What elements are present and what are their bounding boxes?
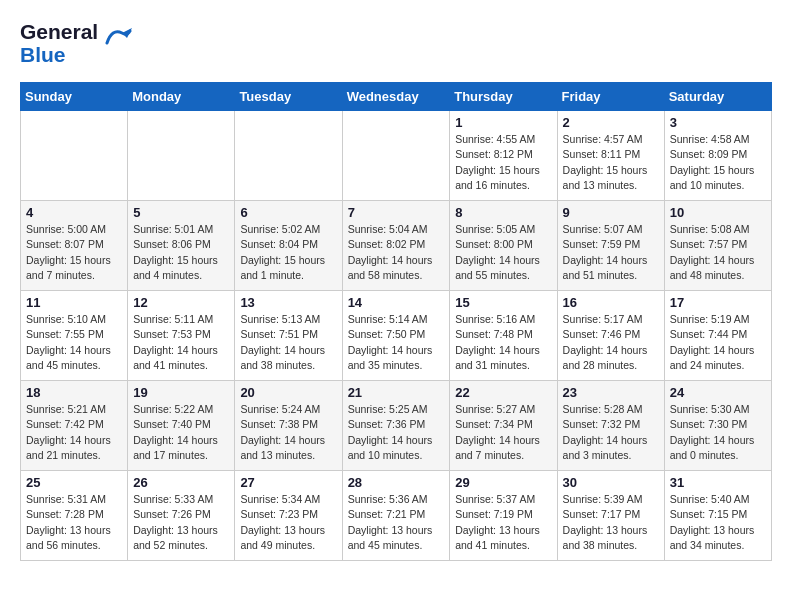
day-info: Sunrise: 5:24 AM Sunset: 7:38 PM Dayligh…	[240, 402, 336, 463]
day-info: Sunrise: 5:22 AM Sunset: 7:40 PM Dayligh…	[133, 402, 229, 463]
day-info: Sunrise: 4:58 AM Sunset: 8:09 PM Dayligh…	[670, 132, 766, 193]
week-row-3: 11Sunrise: 5:10 AM Sunset: 7:55 PM Dayli…	[21, 291, 772, 381]
logo: General Blue	[20, 20, 132, 66]
column-header-saturday: Saturday	[664, 83, 771, 111]
day-info: Sunrise: 5:05 AM Sunset: 8:00 PM Dayligh…	[455, 222, 551, 283]
day-info: Sunrise: 5:27 AM Sunset: 7:34 PM Dayligh…	[455, 402, 551, 463]
day-number: 15	[455, 295, 551, 310]
day-number: 16	[563, 295, 659, 310]
calendar-cell: 5Sunrise: 5:01 AM Sunset: 8:06 PM Daylig…	[128, 201, 235, 291]
week-row-2: 4Sunrise: 5:00 AM Sunset: 8:07 PM Daylig…	[21, 201, 772, 291]
calendar-cell: 14Sunrise: 5:14 AM Sunset: 7:50 PM Dayli…	[342, 291, 450, 381]
calendar-cell	[235, 111, 342, 201]
day-info: Sunrise: 5:28 AM Sunset: 7:32 PM Dayligh…	[563, 402, 659, 463]
calendar-cell: 8Sunrise: 5:05 AM Sunset: 8:00 PM Daylig…	[450, 201, 557, 291]
calendar-cell: 7Sunrise: 5:04 AM Sunset: 8:02 PM Daylig…	[342, 201, 450, 291]
day-number: 20	[240, 385, 336, 400]
calendar-cell: 24Sunrise: 5:30 AM Sunset: 7:30 PM Dayli…	[664, 381, 771, 471]
calendar-cell: 25Sunrise: 5:31 AM Sunset: 7:28 PM Dayli…	[21, 471, 128, 561]
calendar-cell: 30Sunrise: 5:39 AM Sunset: 7:17 PM Dayli…	[557, 471, 664, 561]
calendar-cell: 31Sunrise: 5:40 AM Sunset: 7:15 PM Dayli…	[664, 471, 771, 561]
calendar-cell: 9Sunrise: 5:07 AM Sunset: 7:59 PM Daylig…	[557, 201, 664, 291]
day-number: 3	[670, 115, 766, 130]
day-number: 24	[670, 385, 766, 400]
day-info: Sunrise: 4:55 AM Sunset: 8:12 PM Dayligh…	[455, 132, 551, 193]
day-info: Sunrise: 5:30 AM Sunset: 7:30 PM Dayligh…	[670, 402, 766, 463]
column-header-tuesday: Tuesday	[235, 83, 342, 111]
logo-wave-icon	[102, 23, 132, 53]
column-header-friday: Friday	[557, 83, 664, 111]
column-header-sunday: Sunday	[21, 83, 128, 111]
day-number: 6	[240, 205, 336, 220]
day-info: Sunrise: 5:25 AM Sunset: 7:36 PM Dayligh…	[348, 402, 445, 463]
day-number: 19	[133, 385, 229, 400]
day-info: Sunrise: 5:04 AM Sunset: 8:02 PM Dayligh…	[348, 222, 445, 283]
calendar-header-row: SundayMondayTuesdayWednesdayThursdayFrid…	[21, 83, 772, 111]
calendar-cell	[342, 111, 450, 201]
calendar-cell	[128, 111, 235, 201]
day-number: 7	[348, 205, 445, 220]
calendar-cell: 26Sunrise: 5:33 AM Sunset: 7:26 PM Dayli…	[128, 471, 235, 561]
calendar-cell: 15Sunrise: 5:16 AM Sunset: 7:48 PM Dayli…	[450, 291, 557, 381]
day-number: 1	[455, 115, 551, 130]
calendar-cell: 12Sunrise: 5:11 AM Sunset: 7:53 PM Dayli…	[128, 291, 235, 381]
calendar-cell: 29Sunrise: 5:37 AM Sunset: 7:19 PM Dayli…	[450, 471, 557, 561]
day-info: Sunrise: 5:11 AM Sunset: 7:53 PM Dayligh…	[133, 312, 229, 373]
day-info: Sunrise: 5:40 AM Sunset: 7:15 PM Dayligh…	[670, 492, 766, 553]
day-info: Sunrise: 5:34 AM Sunset: 7:23 PM Dayligh…	[240, 492, 336, 553]
day-info: Sunrise: 5:13 AM Sunset: 7:51 PM Dayligh…	[240, 312, 336, 373]
calendar-cell: 3Sunrise: 4:58 AM Sunset: 8:09 PM Daylig…	[664, 111, 771, 201]
day-info: Sunrise: 5:08 AM Sunset: 7:57 PM Dayligh…	[670, 222, 766, 283]
page-header: General Blue	[20, 20, 772, 66]
day-number: 21	[348, 385, 445, 400]
calendar-cell: 28Sunrise: 5:36 AM Sunset: 7:21 PM Dayli…	[342, 471, 450, 561]
column-header-monday: Monday	[128, 83, 235, 111]
calendar-cell: 16Sunrise: 5:17 AM Sunset: 7:46 PM Dayli…	[557, 291, 664, 381]
day-number: 14	[348, 295, 445, 310]
day-number: 30	[563, 475, 659, 490]
calendar-cell: 27Sunrise: 5:34 AM Sunset: 7:23 PM Dayli…	[235, 471, 342, 561]
day-info: Sunrise: 5:17 AM Sunset: 7:46 PM Dayligh…	[563, 312, 659, 373]
calendar-cell	[21, 111, 128, 201]
calendar-cell: 6Sunrise: 5:02 AM Sunset: 8:04 PM Daylig…	[235, 201, 342, 291]
day-number: 25	[26, 475, 122, 490]
day-info: Sunrise: 4:57 AM Sunset: 8:11 PM Dayligh…	[563, 132, 659, 193]
day-number: 2	[563, 115, 659, 130]
week-row-4: 18Sunrise: 5:21 AM Sunset: 7:42 PM Dayli…	[21, 381, 772, 471]
day-info: Sunrise: 5:16 AM Sunset: 7:48 PM Dayligh…	[455, 312, 551, 373]
day-info: Sunrise: 5:37 AM Sunset: 7:19 PM Dayligh…	[455, 492, 551, 553]
day-info: Sunrise: 5:21 AM Sunset: 7:42 PM Dayligh…	[26, 402, 122, 463]
calendar-cell: 18Sunrise: 5:21 AM Sunset: 7:42 PM Dayli…	[21, 381, 128, 471]
day-info: Sunrise: 5:36 AM Sunset: 7:21 PM Dayligh…	[348, 492, 445, 553]
day-number: 17	[670, 295, 766, 310]
day-info: Sunrise: 5:07 AM Sunset: 7:59 PM Dayligh…	[563, 222, 659, 283]
day-number: 26	[133, 475, 229, 490]
calendar-cell: 22Sunrise: 5:27 AM Sunset: 7:34 PM Dayli…	[450, 381, 557, 471]
calendar-cell: 2Sunrise: 4:57 AM Sunset: 8:11 PM Daylig…	[557, 111, 664, 201]
day-info: Sunrise: 5:39 AM Sunset: 7:17 PM Dayligh…	[563, 492, 659, 553]
day-number: 23	[563, 385, 659, 400]
logo-blue-text: Blue	[20, 43, 66, 66]
calendar-cell: 21Sunrise: 5:25 AM Sunset: 7:36 PM Dayli…	[342, 381, 450, 471]
day-info: Sunrise: 5:14 AM Sunset: 7:50 PM Dayligh…	[348, 312, 445, 373]
day-number: 22	[455, 385, 551, 400]
week-row-5: 25Sunrise: 5:31 AM Sunset: 7:28 PM Dayli…	[21, 471, 772, 561]
day-info: Sunrise: 5:02 AM Sunset: 8:04 PM Dayligh…	[240, 222, 336, 283]
calendar-cell: 11Sunrise: 5:10 AM Sunset: 7:55 PM Dayli…	[21, 291, 128, 381]
day-number: 13	[240, 295, 336, 310]
calendar-cell: 17Sunrise: 5:19 AM Sunset: 7:44 PM Dayli…	[664, 291, 771, 381]
column-header-wednesday: Wednesday	[342, 83, 450, 111]
day-number: 28	[348, 475, 445, 490]
day-info: Sunrise: 5:10 AM Sunset: 7:55 PM Dayligh…	[26, 312, 122, 373]
day-number: 29	[455, 475, 551, 490]
day-number: 10	[670, 205, 766, 220]
calendar-cell: 23Sunrise: 5:28 AM Sunset: 7:32 PM Dayli…	[557, 381, 664, 471]
calendar-cell: 1Sunrise: 4:55 AM Sunset: 8:12 PM Daylig…	[450, 111, 557, 201]
day-info: Sunrise: 5:19 AM Sunset: 7:44 PM Dayligh…	[670, 312, 766, 373]
day-number: 27	[240, 475, 336, 490]
day-info: Sunrise: 5:01 AM Sunset: 8:06 PM Dayligh…	[133, 222, 229, 283]
day-number: 12	[133, 295, 229, 310]
day-number: 9	[563, 205, 659, 220]
day-number: 5	[133, 205, 229, 220]
day-info: Sunrise: 5:00 AM Sunset: 8:07 PM Dayligh…	[26, 222, 122, 283]
